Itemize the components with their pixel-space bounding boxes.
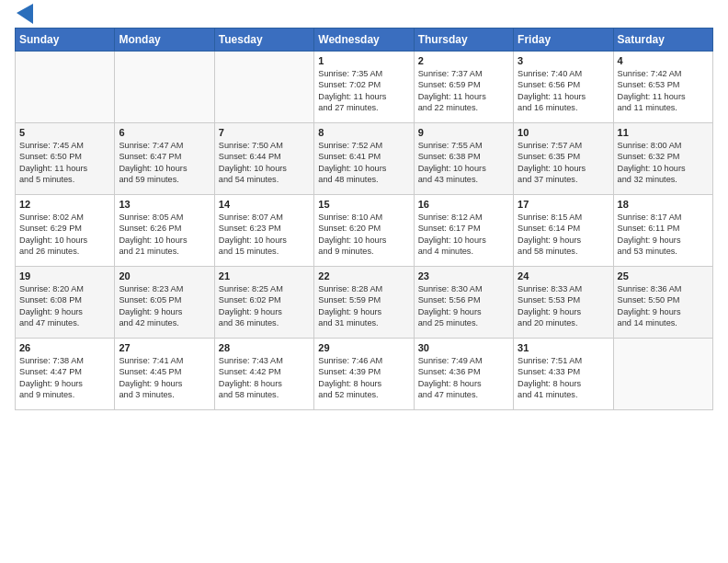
day-info: Sunrise: 8:33 AM Sunset: 5:53 PM Dayligh… [518, 283, 609, 329]
calendar-cell: 7Sunrise: 7:50 AM Sunset: 6:44 PM Daylig… [214, 123, 313, 195]
calendar-cell: 3Sunrise: 7:40 AM Sunset: 6:56 PM Daylig… [514, 52, 613, 123]
day-number: 7 [219, 127, 310, 138]
day-info: Sunrise: 8:10 AM Sunset: 6:20 PM Dayligh… [318, 212, 409, 258]
calendar-cell: 31Sunrise: 7:51 AM Sunset: 4:33 PM Dayli… [514, 339, 613, 410]
day-number: 11 [618, 127, 709, 138]
day-info: Sunrise: 7:41 AM Sunset: 4:45 PM Dayligh… [119, 355, 210, 401]
calendar-cell: 4Sunrise: 7:42 AM Sunset: 6:53 PM Daylig… [613, 52, 712, 123]
day-info: Sunrise: 8:28 AM Sunset: 5:59 PM Dayligh… [318, 283, 409, 329]
calendar-body: 1Sunrise: 7:35 AM Sunset: 7:02 PM Daylig… [16, 52, 713, 410]
calendar-cell: 24Sunrise: 8:33 AM Sunset: 5:53 PM Dayli… [514, 267, 613, 339]
day-number: 20 [119, 270, 210, 282]
day-info: Sunrise: 8:20 AM Sunset: 6:08 PM Dayligh… [19, 283, 110, 329]
logo [15, 13, 33, 24]
calendar-cell: 10Sunrise: 7:57 AM Sunset: 6:35 PM Dayli… [514, 123, 613, 195]
calendar-cell: 30Sunrise: 7:49 AM Sunset: 4:36 PM Dayli… [414, 339, 513, 410]
day-number: 24 [518, 270, 609, 282]
day-info: Sunrise: 8:07 AM Sunset: 6:23 PM Dayligh… [219, 212, 310, 258]
week-row-0: 1Sunrise: 7:35 AM Sunset: 7:02 PM Daylig… [16, 52, 713, 123]
day-number: 19 [19, 270, 110, 282]
calendar-cell: 25Sunrise: 8:36 AM Sunset: 5:50 PM Dayli… [613, 267, 712, 339]
day-info: Sunrise: 8:17 AM Sunset: 6:11 PM Dayligh… [618, 212, 709, 258]
day-number: 21 [219, 270, 310, 282]
weekday-header-sunday: Sunday [16, 29, 115, 52]
logo-icon [17, 4, 33, 24]
calendar-cell: 22Sunrise: 8:28 AM Sunset: 5:59 PM Dayli… [314, 267, 414, 339]
day-info: Sunrise: 7:47 AM Sunset: 6:47 PM Dayligh… [119, 140, 210, 186]
day-number: 12 [19, 199, 110, 210]
day-info: Sunrise: 7:52 AM Sunset: 6:41 PM Dayligh… [318, 140, 409, 186]
weekday-header-row: SundayMondayTuesdayWednesdayThursdayFrid… [16, 29, 713, 52]
day-info: Sunrise: 8:30 AM Sunset: 5:56 PM Dayligh… [418, 283, 509, 329]
day-number: 27 [119, 342, 210, 353]
day-number: 6 [119, 127, 210, 138]
calendar-cell: 19Sunrise: 8:20 AM Sunset: 6:08 PM Dayli… [16, 267, 115, 339]
calendar-header: SundayMondayTuesdayWednesdayThursdayFrid… [16, 29, 713, 52]
week-row-1: 5Sunrise: 7:45 AM Sunset: 6:50 PM Daylig… [16, 123, 713, 195]
day-info: Sunrise: 8:15 AM Sunset: 6:14 PM Dayligh… [518, 212, 609, 258]
day-info: Sunrise: 8:23 AM Sunset: 6:05 PM Dayligh… [119, 283, 210, 329]
day-number: 29 [318, 342, 409, 353]
day-number: 4 [618, 55, 709, 66]
day-info: Sunrise: 8:25 AM Sunset: 6:02 PM Dayligh… [219, 283, 310, 329]
day-number: 25 [618, 270, 709, 282]
day-info: Sunrise: 8:02 AM Sunset: 6:29 PM Dayligh… [19, 212, 110, 258]
day-number: 15 [318, 199, 409, 210]
day-info: Sunrise: 7:51 AM Sunset: 4:33 PM Dayligh… [518, 355, 609, 401]
weekday-header-saturday: Saturday [613, 29, 712, 52]
calendar-cell: 13Sunrise: 8:05 AM Sunset: 6:26 PM Dayli… [115, 195, 214, 267]
day-number: 2 [418, 55, 509, 66]
calendar-cell: 9Sunrise: 7:55 AM Sunset: 6:38 PM Daylig… [414, 123, 513, 195]
calendar-cell: 28Sunrise: 7:43 AM Sunset: 4:42 PM Dayli… [214, 339, 313, 410]
day-info: Sunrise: 7:49 AM Sunset: 4:36 PM Dayligh… [418, 355, 509, 401]
day-number: 16 [418, 199, 509, 210]
day-number: 18 [618, 199, 709, 210]
weekday-header-friday: Friday [514, 29, 613, 52]
calendar-table: SundayMondayTuesdayWednesdayThursdayFrid… [15, 28, 713, 410]
day-info: Sunrise: 7:35 AM Sunset: 7:02 PM Dayligh… [318, 68, 409, 114]
day-info: Sunrise: 7:46 AM Sunset: 4:39 PM Dayligh… [318, 355, 409, 401]
day-info: Sunrise: 7:43 AM Sunset: 4:42 PM Dayligh… [219, 355, 310, 401]
day-number: 23 [418, 270, 509, 282]
day-number: 10 [518, 127, 609, 138]
calendar-cell: 2Sunrise: 7:37 AM Sunset: 6:59 PM Daylig… [414, 52, 513, 123]
weekday-header-wednesday: Wednesday [314, 29, 414, 52]
day-info: Sunrise: 8:05 AM Sunset: 6:26 PM Dayligh… [119, 212, 210, 258]
day-info: Sunrise: 7:57 AM Sunset: 6:35 PM Dayligh… [518, 140, 609, 186]
calendar-cell: 18Sunrise: 8:17 AM Sunset: 6:11 PM Dayli… [613, 195, 712, 267]
calendar-cell [16, 52, 115, 123]
calendar-cell: 27Sunrise: 7:41 AM Sunset: 4:45 PM Dayli… [115, 339, 214, 410]
main-container: SundayMondayTuesdayWednesdayThursdayFrid… [0, 0, 728, 418]
calendar-cell: 6Sunrise: 7:47 AM Sunset: 6:47 PM Daylig… [115, 123, 214, 195]
day-number: 28 [219, 342, 310, 353]
day-number: 3 [518, 55, 609, 66]
week-row-2: 12Sunrise: 8:02 AM Sunset: 6:29 PM Dayli… [16, 195, 713, 267]
day-info: Sunrise: 8:12 AM Sunset: 6:17 PM Dayligh… [418, 212, 509, 258]
day-info: Sunrise: 7:50 AM Sunset: 6:44 PM Dayligh… [219, 140, 310, 186]
day-info: Sunrise: 7:55 AM Sunset: 6:38 PM Dayligh… [418, 140, 509, 186]
day-info: Sunrise: 7:45 AM Sunset: 6:50 PM Dayligh… [19, 140, 110, 186]
day-number: 5 [19, 127, 110, 138]
calendar-cell: 16Sunrise: 8:12 AM Sunset: 6:17 PM Dayli… [414, 195, 513, 267]
day-number: 1 [318, 55, 409, 66]
calendar-cell: 11Sunrise: 8:00 AM Sunset: 6:32 PM Dayli… [613, 123, 712, 195]
day-number: 14 [219, 199, 310, 210]
calendar-cell: 17Sunrise: 8:15 AM Sunset: 6:14 PM Dayli… [514, 195, 613, 267]
day-number: 30 [418, 342, 509, 353]
day-info: Sunrise: 8:36 AM Sunset: 5:50 PM Dayligh… [618, 283, 709, 329]
day-info: Sunrise: 7:42 AM Sunset: 6:53 PM Dayligh… [618, 68, 709, 114]
day-number: 9 [418, 127, 509, 138]
calendar-cell: 23Sunrise: 8:30 AM Sunset: 5:56 PM Dayli… [414, 267, 513, 339]
weekday-header-tuesday: Tuesday [214, 29, 313, 52]
calendar-cell: 21Sunrise: 8:25 AM Sunset: 6:02 PM Dayli… [214, 267, 313, 339]
calendar-cell: 29Sunrise: 7:46 AM Sunset: 4:39 PM Dayli… [314, 339, 414, 410]
day-number: 13 [119, 199, 210, 210]
weekday-header-thursday: Thursday [414, 29, 513, 52]
calendar-cell: 26Sunrise: 7:38 AM Sunset: 4:47 PM Dayli… [16, 339, 115, 410]
day-number: 8 [318, 127, 409, 138]
day-info: Sunrise: 7:38 AM Sunset: 4:47 PM Dayligh… [19, 355, 110, 401]
day-info: Sunrise: 8:00 AM Sunset: 6:32 PM Dayligh… [618, 140, 709, 186]
calendar-cell: 20Sunrise: 8:23 AM Sunset: 6:05 PM Dayli… [115, 267, 214, 339]
calendar-cell [115, 52, 214, 123]
calendar-cell: 12Sunrise: 8:02 AM Sunset: 6:29 PM Dayli… [16, 195, 115, 267]
